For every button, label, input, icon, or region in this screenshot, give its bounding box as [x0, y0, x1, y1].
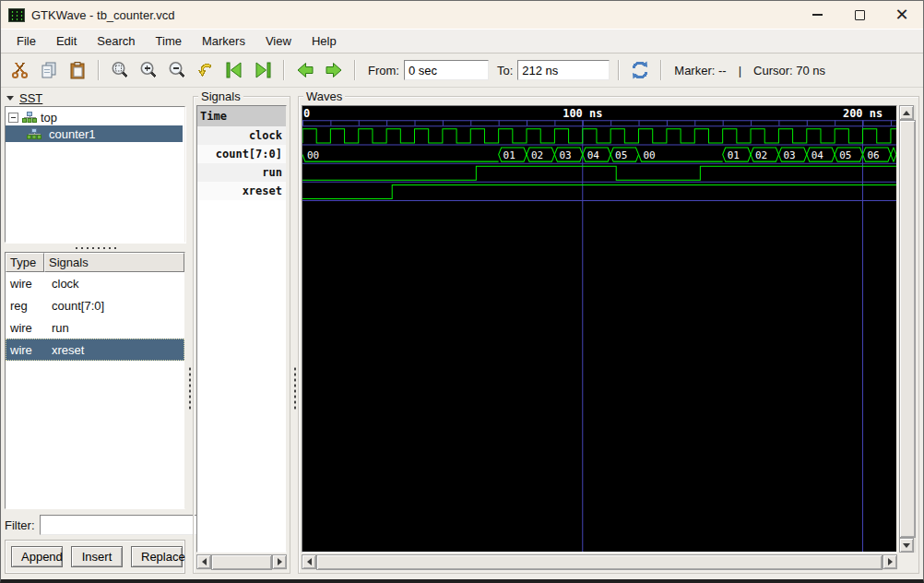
waves-vertical-scrollbar[interactable] — [899, 105, 916, 553]
main-area: SST top — [1, 88, 923, 579]
close-button[interactable]: ✕ — [881, 1, 923, 29]
zoom-fit-button[interactable] — [108, 58, 132, 82]
fetch-end-button[interactable] — [251, 58, 275, 82]
svg-text:00: 00 — [307, 149, 319, 161]
scroll-right-icon — [278, 558, 282, 565]
signal-table: Type Signals wire clock reg count[7:0] w… — [5, 252, 185, 509]
paste-button[interactable] — [65, 58, 89, 82]
column-header-type[interactable]: Type — [6, 253, 44, 272]
svg-text:05: 05 — [615, 149, 627, 161]
grip-dots-icon — [292, 365, 296, 410]
waveform-canvas[interactable]: 0100 ns200 ns00010203040500010203040506 — [302, 105, 897, 553]
signals-horizontal-scrollbar[interactable] — [196, 554, 287, 570]
scroll-left-button[interactable] — [302, 554, 316, 569]
scroll-left-icon — [202, 558, 207, 565]
svg-text:03: 03 — [783, 149, 795, 161]
svg-text:02: 02 — [755, 149, 767, 161]
cell-name: clock — [44, 277, 184, 291]
maximize-icon — [855, 10, 865, 20]
grip-dots-icon — [73, 245, 117, 249]
menu-file[interactable]: File — [6, 30, 46, 52]
cell-type: reg — [6, 299, 44, 313]
waves-panel-label: Waves — [303, 89, 345, 103]
tool-bar: From: To: Marker: -- | Cursor: 70 ns — [1, 54, 923, 88]
signal-name-clock[interactable]: clock — [197, 126, 286, 145]
scrollbar-corner — [899, 554, 916, 570]
time-header[interactable]: Time — [197, 106, 286, 126]
signal-name-xreset[interactable]: xreset — [197, 182, 286, 200]
gtkwave-window: GTKWave - tb_counter.vcd ✕ File Edit Sea… — [0, 0, 924, 583]
grip-dots-icon — [187, 365, 191, 410]
close-icon: ✕ — [894, 6, 908, 23]
scrollbar-thumb[interactable] — [316, 554, 883, 570]
svg-text:00: 00 — [644, 149, 656, 161]
zoom-in-button[interactable] — [136, 58, 160, 82]
table-row-run[interactable]: wire run — [6, 316, 184, 339]
shift-right-button[interactable] — [322, 58, 346, 82]
to-input[interactable] — [517, 60, 610, 80]
fetch-start-button[interactable] — [222, 58, 246, 82]
scrollbar-thumb[interactable] — [899, 120, 916, 538]
tree-node-counter1[interactable]: counter1 — [6, 125, 183, 142]
waves-panel: Waves 0100 ns200 ns000102030405000102030… — [298, 96, 919, 574]
svg-text:06: 06 — [868, 149, 880, 161]
menu-help[interactable]: Help — [302, 30, 347, 52]
zoom-out-button[interactable] — [165, 58, 189, 82]
vertical-splitter[interactable] — [185, 89, 193, 574]
sst-header[interactable]: SST — [5, 89, 185, 106]
menu-markers[interactable]: Markers — [192, 30, 255, 52]
scroll-right-button[interactable] — [883, 554, 897, 569]
scroll-right-icon — [888, 558, 893, 565]
append-button[interactable]: Append — [11, 546, 63, 567]
scroll-down-icon — [903, 543, 910, 548]
svg-text:04: 04 — [587, 149, 600, 161]
title-bar: GTKWave - tb_counter.vcd ✕ — [1, 1, 923, 29]
horizontal-splitter[interactable] — [5, 243, 185, 252]
sst-panel-label: SST — [19, 91, 42, 105]
tree-node-top[interactable]: top — [6, 109, 184, 125]
zoom-in-icon — [138, 60, 159, 80]
signal-name-list: Time clock count[7:0] run xreset — [196, 105, 287, 553]
svg-text:0: 0 — [303, 107, 310, 120]
table-row-xreset[interactable]: wire xreset — [6, 339, 184, 361]
scissors-icon — [10, 60, 30, 80]
tree-expander-icon[interactable] — [8, 113, 18, 123]
scroll-down-button[interactable] — [899, 538, 914, 553]
menu-view[interactable]: View — [255, 30, 302, 52]
waves-horizontal-scrollbar[interactable] — [302, 554, 897, 570]
signal-name-run[interactable]: run — [197, 163, 286, 182]
hierarchy-tree: top counter1 — [5, 106, 185, 243]
cut-button[interactable] — [8, 58, 32, 82]
zoom-undo-button[interactable] — [194, 58, 218, 82]
from-input[interactable] — [404, 60, 489, 80]
insert-button[interactable]: Insert — [71, 546, 123, 567]
tree-node-label: top — [41, 111, 57, 125]
vertical-splitter[interactable] — [290, 89, 298, 574]
table-row-count[interactable]: reg count[7:0] — [6, 294, 184, 316]
shift-left-button[interactable] — [293, 58, 317, 82]
replace-button[interactable]: Replace — [131, 546, 183, 567]
marker-status: Marker: -- — [674, 64, 726, 77]
column-header-signals[interactable]: Signals — [44, 253, 184, 272]
scroll-up-button[interactable] — [899, 105, 914, 120]
toolbar-separator — [354, 60, 356, 80]
menu-search[interactable]: Search — [87, 30, 145, 52]
maximize-button[interactable] — [838, 1, 881, 29]
minimize-button[interactable] — [796, 1, 838, 29]
copy-button[interactable] — [37, 58, 61, 82]
scroll-left-button[interactable] — [196, 554, 211, 569]
cell-type: wire — [6, 277, 44, 291]
menu-edit[interactable]: Edit — [46, 30, 87, 52]
toolbar-separator — [283, 60, 285, 80]
reload-button[interactable] — [628, 58, 652, 82]
scrollbar-thumb[interactable] — [211, 554, 272, 570]
cursor-status: Cursor: 70 ns — [753, 64, 825, 77]
waveform-svg: 0100 ns200 ns00010203040500010203040506 — [302, 106, 896, 552]
signal-table-header: Type Signals — [6, 253, 184, 272]
signal-name-count[interactable]: count[7:0] — [197, 145, 286, 163]
menu-time[interactable]: Time — [146, 30, 192, 52]
table-row-clock[interactable]: wire clock — [6, 272, 184, 294]
scroll-right-button[interactable] — [272, 554, 287, 569]
zoom-fit-icon — [110, 60, 130, 80]
toolbar-separator — [618, 60, 620, 80]
